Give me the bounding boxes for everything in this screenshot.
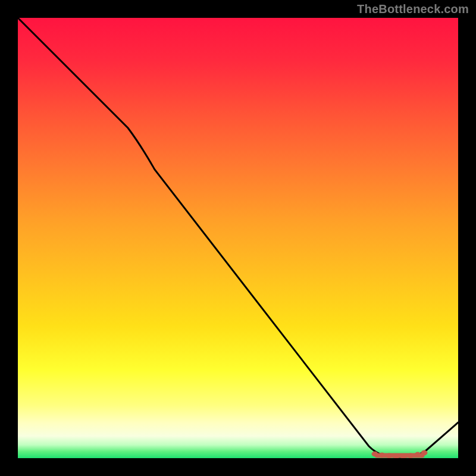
marker-cluster: [372, 450, 427, 458]
chart-frame: TheBottleneck.com: [0, 0, 476, 476]
watermark-text: TheBottleneck.com: [357, 2, 469, 16]
svg-rect-8: [375, 453, 424, 458]
bottleneck-curve: [18, 18, 458, 457]
chart-overlay: [18, 18, 458, 458]
plot-area: [18, 18, 458, 458]
